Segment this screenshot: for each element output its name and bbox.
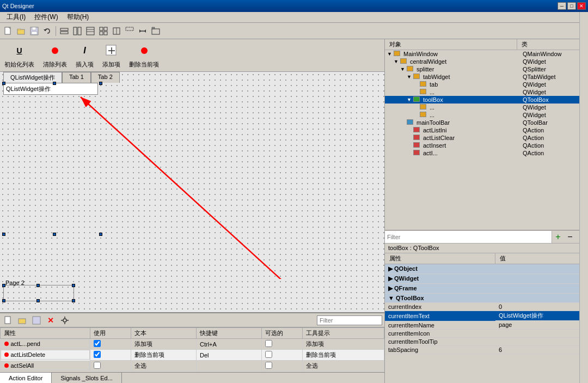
- action-checkable-cell[interactable]: [262, 361, 303, 372]
- action-delete[interactable]: 删除当前项: [129, 42, 159, 69]
- prop-value[interactable]: [495, 329, 588, 337]
- clear-list-label: 清除列表: [43, 60, 67, 69]
- action-checkable-checkbox[interactable]: [265, 340, 272, 347]
- tree-object-type: QWidget: [523, 104, 588, 111]
- tb-l5[interactable]: [111, 25, 122, 37]
- action-use-checkbox[interactable]: [94, 351, 101, 358]
- tb-adjust[interactable]: [137, 25, 149, 37]
- tb-l3[interactable]: [84, 25, 96, 37]
- tree-row[interactable]: ...QWidget: [385, 104, 588, 111]
- action-insert[interactable]: I 插入项: [76, 42, 94, 69]
- tree-row[interactable]: ...QWidget: [385, 111, 588, 119]
- tree-row[interactable]: ▼toolBoxQToolBox: [385, 96, 588, 104]
- props-filter-remove[interactable]: −: [564, 231, 576, 243]
- action-use-cell[interactable]: [90, 361, 131, 372]
- prop-value[interactable]: 6: [495, 345, 588, 354]
- tree-row[interactable]: ▼centralWidgetQWidget: [385, 58, 588, 65]
- props-row[interactable]: currentItemIcon: [385, 329, 588, 337]
- sel-p2-tl: [2, 284, 5, 287]
- action-clear-list[interactable]: 清除列表: [43, 42, 67, 69]
- tb-undo[interactable]: [41, 25, 53, 37]
- prop-value[interactable]: [495, 337, 588, 345]
- tree-row[interactable]: tabQWidget: [385, 81, 588, 88]
- action-use-cell[interactable]: [90, 339, 131, 350]
- tb-break[interactable]: [124, 25, 136, 37]
- bottom-tab-signals-slots[interactable]: Signals _Slots Ed...: [52, 373, 121, 383]
- props-section-header[interactable]: ▶ QWidget: [385, 274, 588, 284]
- props-filter-add[interactable]: +: [552, 231, 564, 243]
- canvas-tab-0[interactable]: QListWidget操作: [3, 72, 62, 83]
- bt-save[interactable]: [30, 314, 42, 326]
- prop-value[interactable]: QListWidget操作▶: [495, 311, 588, 321]
- canvas-tab-2[interactable]: Tab 2: [91, 72, 120, 83]
- props-row[interactable]: currentIndex0: [385, 303, 588, 311]
- canvas-tab-1[interactable]: Tab 1: [62, 72, 91, 83]
- bt-open[interactable]: [16, 314, 28, 326]
- close-btn[interactable]: ✕: [577, 2, 586, 10]
- tb-tab[interactable]: [150, 25, 162, 37]
- tree-icon: [407, 66, 414, 72]
- props-filter-input[interactable]: [385, 231, 552, 243]
- action-checkable-checkbox[interactable]: [265, 351, 272, 358]
- init-list-icon: U: [11, 42, 28, 59]
- tree-icon: [413, 150, 421, 156]
- tree-row[interactable]: actI...QAction: [385, 149, 588, 157]
- sel-handle-tr: [99, 82, 102, 85]
- bottom-tab-action-editor[interactable]: Action Editor: [0, 373, 52, 383]
- prop-value[interactable]: page: [495, 321, 588, 329]
- tb-l1[interactable]: [58, 25, 70, 37]
- svg-marker-22: [139, 29, 141, 33]
- tree-expand-arrow[interactable]: ▼: [394, 59, 400, 64]
- tb-l2[interactable]: [71, 25, 83, 37]
- action-checkable-cell[interactable]: [262, 339, 303, 350]
- maximize-btn[interactable]: □: [567, 2, 576, 10]
- props-row[interactable]: currentItemTextQListWidget操作▶: [385, 311, 588, 321]
- action-use-cell[interactable]: [90, 350, 131, 361]
- tb-sep1: [56, 26, 56, 36]
- prop-value[interactable]: 0: [495, 303, 588, 311]
- action-use-checkbox[interactable]: [94, 340, 101, 347]
- menu-controls[interactable]: 控件(W): [30, 11, 62, 23]
- tree-row[interactable]: ▼splitterQSplitter: [385, 65, 588, 73]
- props-section-header[interactable]: ▶ QObject: [385, 264, 588, 274]
- props-row[interactable]: tabSpacing6: [385, 345, 588, 354]
- tree-object-type: QAction: [523, 150, 588, 156]
- tree-row[interactable]: ...QWidget: [385, 88, 588, 96]
- minimize-btn[interactable]: ─: [558, 2, 566, 10]
- svg-rect-11: [87, 27, 94, 35]
- tree-row[interactable]: ▼tabWidgetQTabWidget: [385, 73, 588, 81]
- bt-new[interactable]: [2, 314, 14, 326]
- tb-new[interactable]: [2, 25, 14, 37]
- action-add[interactable]: 添加项: [102, 42, 120, 69]
- tree-row[interactable]: actInsertQAction: [385, 142, 588, 149]
- menu-help[interactable]: 帮助(H): [63, 11, 94, 23]
- init-list-label: 初始化列表: [4, 60, 34, 69]
- props-row[interactable]: currentItemNamepage: [385, 321, 588, 329]
- action-checkable-checkbox[interactable]: [265, 362, 272, 369]
- action-init-list[interactable]: U 初始化列表: [4, 42, 34, 69]
- props-section-header[interactable]: ▼ QToolBox: [385, 294, 588, 303]
- props-section-header[interactable]: ▶ QFrame: [385, 284, 588, 294]
- bt-delete[interactable]: ✕: [45, 314, 57, 326]
- tree-expand-arrow[interactable]: ▼: [407, 74, 413, 80]
- tree-row[interactable]: ▼MainWindowQMainWindow: [385, 50, 588, 58]
- bottom-filter-input[interactable]: [317, 315, 382, 325]
- tree-object-name: ...: [428, 89, 523, 95]
- tree-expand-arrow[interactable]: ▼: [407, 97, 413, 102]
- action-checkable-cell[interactable]: [262, 350, 303, 361]
- tb-open[interactable]: [15, 25, 27, 37]
- tb-l4[interactable]: [97, 25, 109, 37]
- bt-settings[interactable]: [59, 314, 71, 326]
- tree-expand-arrow[interactable]: ▼: [400, 66, 407, 72]
- props-section-label: ▶ QObject: [385, 264, 588, 274]
- props-row[interactable]: currentItemToolTip: [385, 337, 588, 345]
- action-use-checkbox[interactable]: [94, 362, 101, 369]
- tree-row[interactable]: actListIniQAction: [385, 126, 588, 134]
- tree-row[interactable]: mainToolBarQToolBar: [385, 119, 588, 126]
- tb-save[interactable]: [28, 25, 40, 37]
- right-scrollbar[interactable]: [579, 12, 588, 383]
- canvas-area[interactable]: QListWidget操作 Tab 1 Tab 2 QListWidget操作 …: [0, 72, 384, 312]
- tree-expand-arrow[interactable]: ▼: [387, 51, 394, 57]
- menu-tools[interactable]: 工具(I): [2, 11, 30, 23]
- tree-row[interactable]: actListClearQAction: [385, 134, 588, 142]
